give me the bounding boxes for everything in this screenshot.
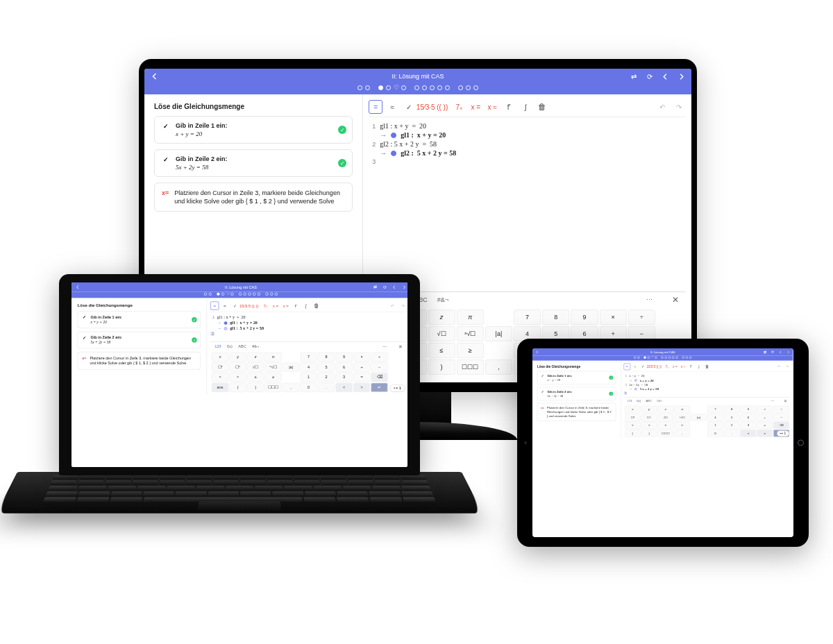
key[interactable]: 0 xyxy=(707,430,723,437)
key[interactable]: > xyxy=(757,430,773,437)
tool-trash[interactable]: 🗑 xyxy=(312,301,320,310)
key[interactable]: ⌫ xyxy=(773,422,789,430)
key-le[interactable]: ≤ xyxy=(428,343,455,358)
swap-icon[interactable]: ⇄ xyxy=(629,72,638,81)
tool-sub[interactable]: 7ₓ xyxy=(261,301,269,310)
key[interactable]: |a| xyxy=(283,362,299,371)
key[interactable]: ( xyxy=(625,430,641,437)
tool-equals[interactable]: = xyxy=(623,364,630,371)
tool-factor[interactable]: 15⁄3·5 xyxy=(419,100,432,114)
refresh-icon[interactable]: ⟳ xyxy=(645,72,654,81)
key[interactable]: ⁿ√☐ xyxy=(674,414,690,421)
key[interactable]: ☐ⁿ xyxy=(229,362,246,371)
tool-factor[interactable]: 15⁄3·5 xyxy=(241,301,249,310)
tool-check[interactable]: ✓ xyxy=(402,100,416,114)
kbd-tab-abc[interactable]: ABC xyxy=(238,344,246,348)
tool-integral[interactable]: ∫ xyxy=(302,301,310,310)
key[interactable]: z xyxy=(658,406,674,414)
key[interactable]: ≥ xyxy=(264,373,281,382)
tool-derivative[interactable]: f' xyxy=(688,364,695,371)
next-icon[interactable] xyxy=(786,350,790,354)
kbd-close[interactable]: ✕ xyxy=(398,344,403,350)
key[interactable]: ≥ xyxy=(674,422,690,430)
key-z[interactable]: z xyxy=(428,310,455,325)
key[interactable]: > xyxy=(641,422,657,430)
tool-approx[interactable]: ≈ xyxy=(632,364,639,371)
key[interactable]: < xyxy=(212,373,228,382)
key-nroot[interactable]: ⁿ√☐ xyxy=(457,326,484,341)
kbd-more[interactable]: ⋯ xyxy=(771,399,774,402)
swap-icon[interactable]: ⇄ xyxy=(372,285,378,290)
back-icon[interactable] xyxy=(535,350,539,354)
key[interactable]: = xyxy=(353,373,370,382)
key-7[interactable]: 7 xyxy=(514,310,541,325)
key[interactable]: < xyxy=(335,383,352,392)
key-comma[interactable]: , xyxy=(485,359,512,375)
key[interactable]: . xyxy=(724,430,740,437)
cas-editor[interactable]: 1gl1 : x + y = 20 gl1 : x + y = 20 2gl2 … xyxy=(369,121,686,166)
key[interactable]: 4 xyxy=(707,414,723,421)
key[interactable]: 1 xyxy=(300,373,317,382)
tool-nsolve[interactable]: x ≈ xyxy=(680,364,687,371)
tool-solve[interactable]: x = xyxy=(469,100,482,114)
key[interactable]: . xyxy=(318,383,335,392)
key-9[interactable]: 9 xyxy=(571,310,598,325)
kbd-tab-abc[interactable]: ABC xyxy=(646,399,652,402)
key[interactable]: 3 xyxy=(741,422,757,430)
row-bullet[interactable] xyxy=(391,151,396,156)
key-rparen[interactable]: ) xyxy=(428,359,455,375)
row-bullet[interactable] xyxy=(224,321,228,325)
key[interactable]: ☐² xyxy=(212,362,228,371)
key[interactable]: ⁿ√☐ xyxy=(264,362,281,371)
key[interactable]: z xyxy=(247,353,264,362)
cas-editor[interactable]: 1x + y = 20 x + y = 20 25x − 2y = 58 5 x… xyxy=(623,373,790,395)
key[interactable]: + xyxy=(353,362,370,371)
key[interactable]: √☐ xyxy=(658,414,674,421)
tool-paren[interactable]: (( )) xyxy=(435,100,449,114)
key[interactable]: ☐☐☐ xyxy=(264,383,281,392)
key[interactable]: 8 xyxy=(724,406,740,414)
key[interactable]: 5 xyxy=(318,362,335,371)
tool-check[interactable]: ✓ xyxy=(230,301,239,310)
key-abs[interactable]: |a| xyxy=(485,326,512,341)
key[interactable]: ≤ xyxy=(247,373,264,382)
tool-solve[interactable]: x = xyxy=(672,364,679,371)
key[interactable]: ☐² xyxy=(625,414,641,421)
key[interactable]: < xyxy=(625,422,641,430)
tool-nsolve[interactable]: x ≈ xyxy=(485,100,499,114)
redo-button[interactable]: ↷ xyxy=(398,301,407,310)
key[interactable]: ☐☐☐ xyxy=(658,430,674,437)
tool-approx[interactable]: ≈ xyxy=(221,301,229,310)
key[interactable]: √☐ xyxy=(247,362,264,371)
tool-integral[interactable]: ∫ xyxy=(696,364,702,371)
key[interactable]: 5 xyxy=(724,414,740,421)
key[interactable]: 7 xyxy=(707,406,723,414)
key-mult[interactable]: × xyxy=(600,310,627,325)
key[interactable]: ( xyxy=(229,383,246,392)
key[interactable]: y xyxy=(641,406,657,414)
key-matrix[interactable]: ☐☐☐ xyxy=(457,359,484,375)
key[interactable]: 2 xyxy=(724,422,740,430)
key[interactable]: ans xyxy=(212,383,228,392)
key-ge[interactable]: ≥ xyxy=(457,343,484,358)
tool-paren[interactable]: (( )) xyxy=(656,364,663,371)
key[interactable]: − xyxy=(773,414,789,421)
row-bullet[interactable] xyxy=(391,133,396,138)
key[interactable]: x xyxy=(625,406,641,414)
undo-button[interactable]: ↶ xyxy=(388,301,396,310)
redo-button[interactable]: ↷ xyxy=(672,100,686,114)
tool-nsolve[interactable]: x ≈ xyxy=(282,301,290,310)
key[interactable]: 9 xyxy=(335,353,352,362)
key[interactable]: 6 xyxy=(741,414,757,421)
key[interactable]: 7 xyxy=(300,353,317,362)
next-icon[interactable] xyxy=(677,72,686,81)
prev-icon[interactable] xyxy=(778,350,782,354)
help-pill[interactable]: ⊶ 1 xyxy=(777,431,789,437)
key[interactable]: 6 xyxy=(335,362,352,371)
key[interactable]: ) xyxy=(641,430,657,437)
next-icon[interactable] xyxy=(401,285,407,290)
key[interactable]: × xyxy=(353,353,370,362)
prev-icon[interactable] xyxy=(392,285,397,290)
key[interactable]: π xyxy=(674,406,690,414)
tool-paren[interactable]: (( )) xyxy=(251,301,260,310)
